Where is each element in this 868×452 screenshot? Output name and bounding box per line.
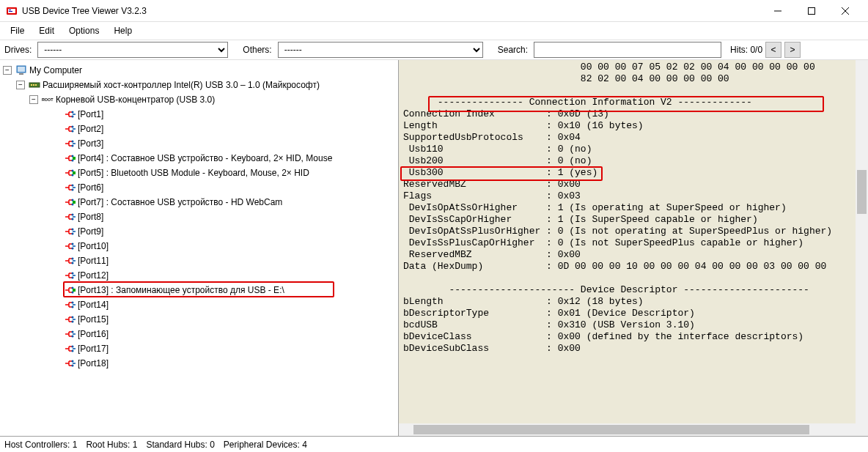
collapse-icon[interactable]: − (3, 66, 12, 75)
next-hit-button[interactable]: > (784, 42, 801, 58)
drives-label: Drives: (4, 45, 32, 55)
port-icon (64, 167, 76, 179)
svg-point-41 (72, 273, 74, 275)
tree-port[interactable]: [Port5] : Bluetooth USB Module - Keyboar… (1, 166, 397, 180)
tree-port[interactable]: [Port9] (1, 224, 397, 239)
port-label: [Port17] (78, 344, 108, 354)
tree-panel[interactable]: − My Computer − Расширяемый хост-контрол… (0, 60, 399, 436)
port-icon (64, 343, 76, 355)
tree-port[interactable]: [Port10] (1, 239, 397, 253)
titlebar: USB Device Tree Viewer V3.2.3 (0, 0, 868, 22)
tree-port[interactable]: [Port1] (1, 107, 397, 122)
svg-rect-14 (35, 84, 37, 86)
menubar: File Edit Options Help (0, 22, 868, 40)
detail-panel[interactable]: 00 00 00 07 05 02 02 00 04 00 00 00 00 0… (399, 60, 868, 436)
controller-icon (29, 79, 40, 91)
svg-point-29 (72, 189, 74, 191)
port-label: [Port7] : Составное USB устройство - HD … (78, 197, 282, 207)
window-controls (761, 0, 862, 22)
menu-help[interactable]: Help (106, 24, 139, 37)
others-select[interactable]: ------ (278, 42, 483, 58)
port-label: [Port6] (78, 182, 103, 193)
status-host-controllers: Host Controllers: 1 (4, 440, 77, 450)
port-label: [Port10] (78, 241, 108, 251)
port-label: [Port15] (78, 314, 108, 325)
svg-text:ROOT: ROOT (42, 97, 54, 102)
menu-edit[interactable]: Edit (32, 24, 62, 37)
svg-rect-10 (19, 73, 23, 75)
root-hub-icon: ROOT (42, 94, 54, 105)
port-icon (64, 255, 76, 267)
tree-port[interactable]: [Port15] (1, 312, 397, 327)
search-label: Search: (498, 45, 528, 55)
content: − My Computer − Расширяемый хост-контрол… (0, 60, 868, 436)
tree-port[interactable]: [Port3] (1, 136, 397, 151)
horizontal-scrollbar[interactable] (399, 423, 856, 436)
tree-port[interactable]: [Port11] (1, 253, 397, 268)
minimize-button[interactable] (761, 0, 795, 22)
status-standard-hubs: Standard Hubs: 0 (146, 440, 214, 450)
collapse-icon[interactable]: − (16, 81, 25, 89)
port-label: [Port14] (78, 300, 108, 310)
svg-point-28 (72, 185, 74, 187)
others-label: Others: (243, 45, 271, 55)
vertical-scrollbar[interactable] (856, 60, 868, 423)
svg-rect-5 (809, 7, 815, 14)
window-title: USB Device Tree Viewer V3.2.3 (22, 6, 761, 16)
close-button[interactable] (828, 0, 862, 22)
port-label: [Port4] : Составное USB устройство - Key… (78, 153, 332, 163)
port-icon (64, 226, 76, 237)
svg-point-54 (72, 360, 74, 363)
tree-port[interactable]: [Port4] : Составное USB устройство - Key… (1, 151, 397, 166)
tree-port[interactable]: [Port18] (1, 356, 397, 371)
port-icon (64, 299, 76, 311)
maximize-button[interactable] (795, 0, 828, 22)
svg-rect-13 (33, 84, 34, 86)
toolbar: Drives: ------ Others: ------ Search: Hi… (0, 40, 868, 60)
tree-hub[interactable]: − ROOT Корневой USB-концентратор (USB 3.… (1, 92, 397, 107)
port-label: [Port8] (78, 212, 103, 222)
tree-port[interactable]: [Port6] (1, 180, 397, 195)
svg-point-20 (72, 141, 74, 143)
menu-options[interactable]: Options (62, 24, 106, 37)
vertical-scroll-thumb[interactable] (857, 170, 867, 214)
drives-select[interactable]: ------ (37, 42, 228, 58)
hits-label: Hits: 0/0 (730, 45, 762, 55)
svg-point-33 (72, 214, 74, 216)
port-label: [Port2] (78, 124, 103, 134)
port-label: [Port1] (78, 109, 103, 119)
port-icon (64, 284, 76, 296)
menu-file[interactable]: File (3, 24, 32, 37)
port-label: [Port11] (78, 256, 108, 266)
tree-port[interactable]: [Port7] : Составное USB устройство - HD … (1, 195, 397, 210)
svg-point-55 (72, 365, 74, 367)
svg-rect-12 (31, 84, 32, 86)
tree-port[interactable]: [Port16] (1, 327, 397, 341)
tree-port[interactable]: [Port13] : Запоминающее устройство для U… (1, 283, 397, 297)
tree-port[interactable]: [Port8] (1, 210, 397, 224)
port-icon (64, 138, 76, 149)
tree-port[interactable]: [Port14] (1, 297, 397, 312)
tree-port[interactable]: [Port2] (1, 122, 397, 136)
svg-point-52 (72, 346, 74, 348)
tree-controller[interactable]: − Расширяемый хост-контроллер Intel(R) U… (1, 78, 397, 92)
port-icon (64, 182, 76, 193)
tree-port[interactable]: [Port12] (1, 268, 397, 283)
search-input[interactable] (534, 42, 721, 58)
tree-root[interactable]: − My Computer (1, 63, 397, 78)
prev-hit-button[interactable]: < (765, 42, 781, 58)
port-label: [Port5] : Bluetooth USB Module - Keyboar… (78, 168, 309, 178)
svg-point-47 (72, 306, 74, 308)
horizontal-scroll-thumb[interactable] (413, 425, 809, 434)
app-icon (6, 5, 18, 17)
svg-rect-24 (73, 157, 76, 160)
status-peripheral: Peripheral Devices: 4 (224, 440, 307, 450)
svg-point-18 (72, 126, 74, 128)
svg-rect-9 (18, 67, 25, 72)
svg-point-49 (72, 321, 74, 323)
tree-port[interactable]: [Port17] (1, 341, 397, 356)
svg-point-19 (72, 130, 74, 133)
svg-rect-2 (9, 10, 11, 10)
collapse-icon[interactable]: − (29, 95, 38, 104)
svg-rect-27 (73, 171, 76, 174)
